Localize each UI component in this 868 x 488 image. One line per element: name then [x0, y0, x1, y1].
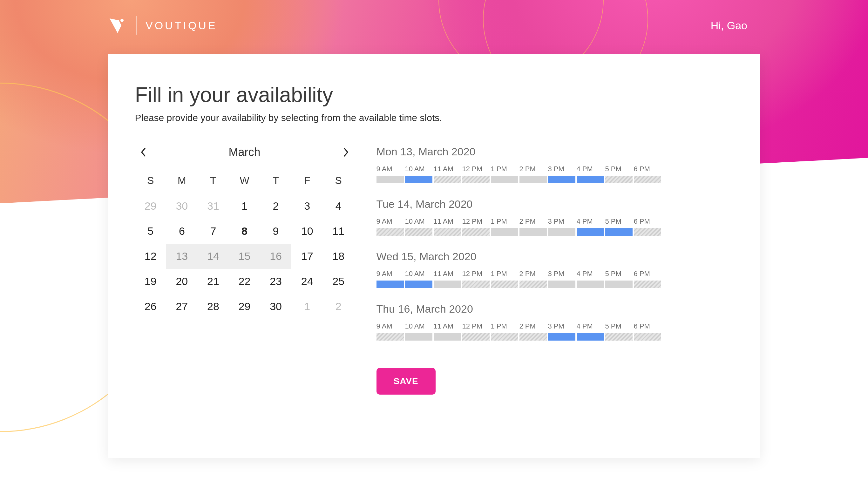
hour-column: 12 PM: [462, 217, 491, 236]
timeslot: [520, 280, 547, 288]
hour-label: 6 PM: [634, 165, 662, 173]
hour-label: 10 AM: [405, 322, 434, 330]
hour-column: 11 AM: [434, 217, 462, 236]
timeslot: [434, 228, 461, 236]
calendar-day[interactable]: 1: [291, 294, 323, 319]
calendar-day[interactable]: 20: [166, 269, 197, 294]
timeslot[interactable]: [548, 176, 576, 183]
calendar-day[interactable]: 29: [229, 294, 260, 319]
timeslot[interactable]: [491, 176, 518, 183]
next-month-button[interactable]: [340, 146, 352, 158]
hour-column: 4 PM: [577, 217, 605, 236]
calendar-day[interactable]: 15: [229, 244, 260, 269]
timeslot[interactable]: [405, 176, 432, 183]
hour-column: 1 PM: [491, 270, 520, 288]
timeslot[interactable]: [548, 280, 576, 288]
timeslot[interactable]: [376, 176, 404, 183]
calendar-day[interactable]: 11: [323, 219, 354, 244]
calendar-day[interactable]: 27: [166, 294, 197, 319]
hour-label: 3 PM: [548, 165, 577, 173]
timeslot: [376, 228, 404, 236]
hour-column: 3 PM: [548, 165, 577, 183]
timeslot[interactable]: [376, 280, 404, 288]
hour-column: 4 PM: [577, 322, 605, 341]
calendar-day[interactable]: 7: [197, 219, 229, 244]
save-button[interactable]: SAVE: [376, 368, 436, 395]
timeslot[interactable]: [605, 228, 632, 236]
calendar-day[interactable]: 10: [291, 219, 323, 244]
hour-label: 4 PM: [577, 270, 605, 278]
hour-label: 1 PM: [491, 270, 520, 278]
calendar-day[interactable]: 23: [260, 269, 292, 294]
calendar-day[interactable]: 29: [135, 193, 166, 219]
timeslot[interactable]: [405, 280, 432, 288]
timeslot: [434, 176, 461, 183]
calendar-day[interactable]: 9: [260, 219, 292, 244]
timeslot[interactable]: [577, 228, 604, 236]
calendar-day[interactable]: 22: [229, 269, 260, 294]
calendar-dow: S: [323, 170, 354, 193]
calendar-day[interactable]: 24: [291, 269, 323, 294]
timeslot[interactable]: [491, 228, 518, 236]
timeslot[interactable]: [405, 333, 432, 341]
calendar-day[interactable]: 3: [291, 193, 323, 219]
hour-label: 1 PM: [491, 322, 520, 330]
hour-column: 5 PM: [605, 322, 634, 341]
timeslot[interactable]: [434, 333, 461, 341]
timeslot[interactable]: [548, 333, 576, 341]
calendar-day[interactable]: 18: [323, 244, 354, 269]
timeslot[interactable]: [548, 228, 576, 236]
calendar-day[interactable]: 19: [135, 269, 166, 294]
timeslot: [462, 176, 490, 183]
calendar-day[interactable]: 16: [260, 244, 292, 269]
calendar-day[interactable]: 14: [197, 244, 229, 269]
hour-column: 6 PM: [634, 217, 662, 236]
calendar-day[interactable]: 4: [323, 193, 354, 219]
calendar-day[interactable]: 30: [260, 294, 292, 319]
hour-label: 5 PM: [605, 322, 634, 330]
calendar-day[interactable]: 30: [166, 193, 197, 219]
calendar-day[interactable]: 13: [166, 244, 197, 269]
timeslot[interactable]: [577, 280, 604, 288]
hour-column: 4 PM: [577, 270, 605, 288]
calendar-day[interactable]: 8: [229, 219, 260, 244]
calendar-day[interactable]: 2: [260, 193, 292, 219]
hour-label: 9 AM: [376, 270, 405, 278]
calendar-day[interactable]: 6: [166, 219, 197, 244]
svg-point-0: [120, 19, 124, 22]
prev-month-button[interactable]: [137, 146, 150, 158]
hour-row: 9 AM10 AM11 AM12 PM1 PM2 PM3 PM4 PM5 PM6…: [376, 270, 732, 288]
hour-column: 10 AM: [405, 322, 434, 341]
hour-label: 3 PM: [548, 322, 577, 330]
calendar-day[interactable]: 28: [197, 294, 229, 319]
hour-label: 3 PM: [548, 270, 577, 278]
hour-column: 10 AM: [405, 217, 434, 236]
calendar-day[interactable]: 21: [197, 269, 229, 294]
calendar-day[interactable]: 2: [323, 294, 354, 319]
calendar-day[interactable]: 5: [135, 219, 166, 244]
calendar-day[interactable]: 17: [291, 244, 323, 269]
hour-column: 9 AM: [376, 270, 405, 288]
hour-label: 11 AM: [434, 217, 462, 225]
hour-column: 10 AM: [405, 165, 434, 183]
timeslot[interactable]: [577, 176, 604, 183]
timeslot: [376, 333, 404, 341]
hour-label: 12 PM: [462, 270, 491, 278]
calendar-day[interactable]: 12: [135, 244, 166, 269]
hour-label: 11 AM: [434, 270, 462, 278]
timeslot[interactable]: [434, 280, 461, 288]
calendar-grid: SMTWTFS293031123456789101112131415161718…: [135, 170, 354, 319]
user-greeting[interactable]: Hi, Gao: [711, 20, 747, 32]
hour-column: 9 AM: [376, 165, 405, 183]
calendar-day[interactable]: 25: [323, 269, 354, 294]
hour-label: 6 PM: [634, 322, 662, 330]
calendar-day[interactable]: 26: [135, 294, 166, 319]
calendar-day[interactable]: 1: [229, 193, 260, 219]
timeslot[interactable]: [520, 176, 547, 183]
topbar: VOUTIQUE Hi, Gao: [0, 0, 868, 35]
hour-label: 4 PM: [577, 217, 605, 225]
timeslot[interactable]: [605, 280, 632, 288]
calendar-day[interactable]: 31: [197, 193, 229, 219]
timeslot[interactable]: [520, 228, 547, 236]
timeslot[interactable]: [577, 333, 604, 341]
